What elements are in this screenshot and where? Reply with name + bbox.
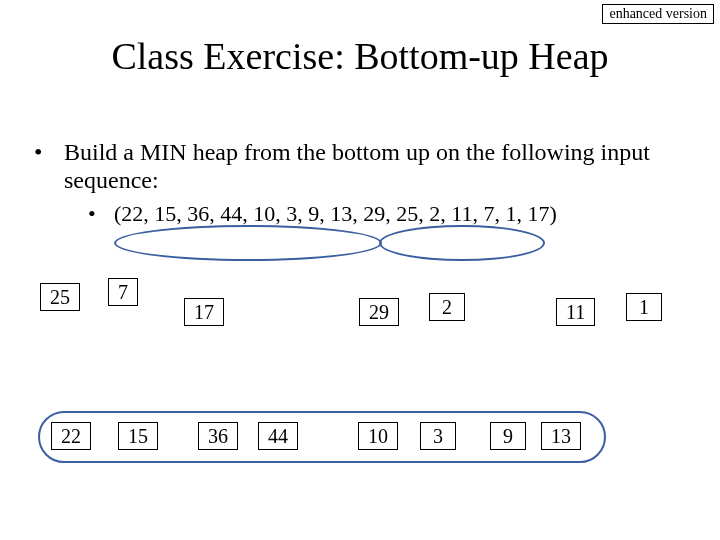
- node-2: 2: [429, 293, 465, 321]
- node-7: 7: [108, 278, 138, 306]
- oval-group-2: [379, 225, 545, 261]
- node-17: 17: [184, 298, 224, 326]
- bullet-dot: •: [28, 138, 64, 166]
- bullet-level-1: • Build a MIN heap from the bottom up on…: [28, 138, 720, 195]
- oval-group-1: [114, 225, 382, 261]
- node-1: 1: [626, 293, 662, 321]
- version-badge: enhanced version: [602, 4, 714, 24]
- bullet-dot: •: [88, 201, 114, 227]
- node-11: 11: [556, 298, 595, 326]
- bullet-text: Build a MIN heap from the bottom up on t…: [64, 138, 684, 195]
- oval-group-leaves: [38, 411, 606, 463]
- node-25: 25: [40, 283, 80, 311]
- slide-title: Class Exercise: Bottom-up Heap: [0, 34, 720, 78]
- bullet-level-2: • (22, 15, 36, 44, 10, 3, 9, 13, 29, 25,…: [88, 201, 720, 227]
- slide-body: • Build a MIN heap from the bottom up on…: [28, 138, 720, 227]
- bullet-subtext: (22, 15, 36, 44, 10, 3, 9, 13, 29, 25, 2…: [114, 201, 557, 227]
- node-29: 29: [359, 298, 399, 326]
